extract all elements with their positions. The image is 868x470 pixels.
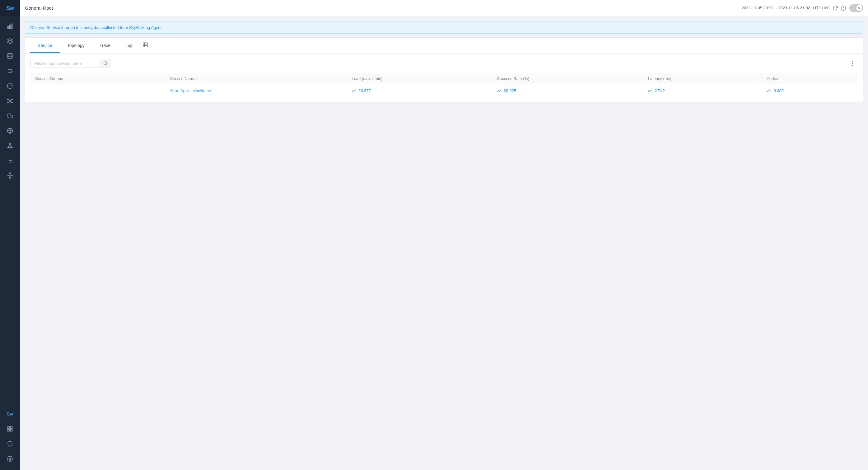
network-icon	[7, 143, 13, 149]
trend-up-icon-apdex	[767, 88, 772, 93]
svg-line-13	[8, 101, 9, 102]
tab-log[interactable]: Log	[118, 38, 140, 53]
svg-rect-1	[9, 25, 10, 29]
svg-point-30	[7, 175, 8, 176]
svg-point-17	[9, 144, 10, 144]
logo-text: Sw	[6, 5, 14, 11]
list-icon	[7, 157, 13, 164]
svg-text:f(x): f(x)	[11, 70, 13, 72]
search-input[interactable]	[30, 59, 100, 67]
grid-icon	[7, 426, 13, 432]
svg-rect-39	[10, 427, 12, 429]
sidebar-item-nodes[interactable]	[0, 93, 20, 108]
sidebar-item-globe[interactable]	[0, 123, 20, 138]
svg-line-21	[10, 144, 12, 147]
cell-service-name: Your_ApplicationName	[165, 84, 347, 97]
cell-apdex: 0.989	[762, 84, 858, 97]
sidebar-logo[interactable]: Sw	[0, 0, 20, 16]
main-content: General-Root 2023-11-05 20:32 ~ 2023-11-…	[20, 0, 868, 470]
latency-trend: 2.742	[648, 88, 756, 93]
info-banner: Observe Service through telemetry data c…	[25, 21, 863, 34]
search-icon	[103, 61, 107, 65]
sidebar-item-layers[interactable]	[0, 34, 20, 49]
cell-service-group	[30, 84, 165, 97]
tab-header: Service Topology Trace Log	[25, 38, 863, 54]
trend-up-icon-latency	[648, 88, 653, 93]
sidebar-bottom: Sw	[0, 407, 20, 470]
sidebar-item-list[interactable]	[0, 153, 20, 168]
header-icons	[833, 5, 846, 11]
sidebar-item-grid[interactable]	[0, 421, 20, 436]
refresh-icon[interactable]	[833, 5, 838, 11]
svg-rect-46	[144, 42, 148, 47]
globe-icon	[7, 128, 13, 134]
data-table: Service Groups Service Names Load (calls…	[30, 73, 858, 97]
sidebar-item-pie[interactable]	[0, 79, 20, 93]
tab-document-icon[interactable]	[140, 38, 151, 53]
svg-point-4	[8, 54, 12, 55]
tab-service[interactable]: Service	[30, 38, 60, 53]
col-service-groups: Service Groups	[30, 73, 165, 84]
table-section: ⋮ Service Groups Service Names Load (cal…	[25, 54, 863, 102]
cell-latency: 2.742	[643, 84, 762, 97]
sidebar-item-topology[interactable]	[0, 168, 20, 183]
info-banner-link[interactable]: Observe Service through telemetry data c…	[30, 25, 163, 30]
svg-point-29	[9, 175, 11, 176]
svg-point-9	[7, 102, 8, 103]
col-latency: Latency (ms)	[643, 73, 762, 84]
load-trend: 20.677	[351, 88, 487, 93]
sidebar-item-database[interactable]	[0, 49, 20, 63]
nodes-icon	[7, 98, 13, 104]
sw-logo-text: Sw	[7, 411, 13, 416]
success-rate-trend: 98.925	[497, 88, 638, 93]
svg-line-12	[10, 99, 11, 100]
more-button[interactable]: ⋮	[847, 59, 858, 68]
tab-trace[interactable]: Trace	[92, 38, 118, 53]
sidebar-item-sw[interactable]: Sw	[0, 407, 20, 421]
sidebar-item-function[interactable]: f(x)	[0, 63, 20, 79]
col-success-rate: Success Rate (%)	[492, 73, 643, 84]
svg-rect-0	[8, 26, 9, 29]
layers-icon	[7, 38, 13, 44]
tab-topology[interactable]: Topology	[60, 38, 92, 53]
sidebar-item-settings[interactable]	[0, 451, 20, 466]
svg-point-10	[11, 102, 12, 103]
page-content: Observe Service through telemetry data c…	[20, 16, 868, 470]
toggle-v[interactable]: V	[849, 4, 863, 12]
database-icon	[7, 53, 13, 59]
header-right: 2023-11-05 20:32 ~ 2023-11-05 21:02 UTC+…	[742, 4, 863, 12]
col-apdex: Apdex	[762, 73, 858, 84]
sidebar-item-dashboard[interactable]	[0, 19, 20, 34]
table-toolbar: ⋮	[30, 59, 858, 68]
search-button[interactable]	[100, 59, 111, 67]
svg-rect-41	[10, 430, 12, 432]
topology-icon	[7, 172, 13, 179]
sidebar-item-cloud[interactable]	[0, 108, 20, 123]
svg-point-50	[104, 62, 107, 64]
page-title: General-Root	[25, 5, 53, 10]
timezone: UTC+0:0	[813, 6, 830, 10]
cell-load: 20.677	[347, 84, 492, 97]
sidebar-item-shield[interactable]	[0, 436, 20, 451]
svg-line-11	[8, 99, 9, 100]
col-service-names: Service Names	[165, 73, 347, 84]
cloud-icon	[7, 113, 13, 119]
apdex-trend: 0.989	[767, 88, 853, 93]
settings-icon	[7, 456, 13, 462]
tab-container: Service Topology Trace Log	[25, 37, 863, 102]
service-name-link[interactable]: Your_ApplicationName	[170, 88, 211, 93]
header: General-Root 2023-11-05 20:32 ~ 2023-11-…	[20, 0, 868, 16]
svg-line-51	[106, 64, 107, 65]
svg-rect-38	[8, 427, 10, 429]
svg-marker-3	[7, 38, 13, 41]
svg-point-8	[11, 99, 12, 99]
pie-chart-icon	[7, 83, 13, 89]
svg-point-31	[12, 175, 13, 176]
svg-point-42	[9, 458, 11, 460]
cell-success-rate: 98.925	[492, 84, 643, 97]
info-icon[interactable]	[841, 5, 846, 11]
svg-point-32	[9, 173, 10, 174]
sidebar-item-network[interactable]	[0, 138, 20, 153]
svg-rect-2	[11, 24, 12, 29]
table-header: Service Groups Service Names Load (calls…	[30, 73, 858, 84]
